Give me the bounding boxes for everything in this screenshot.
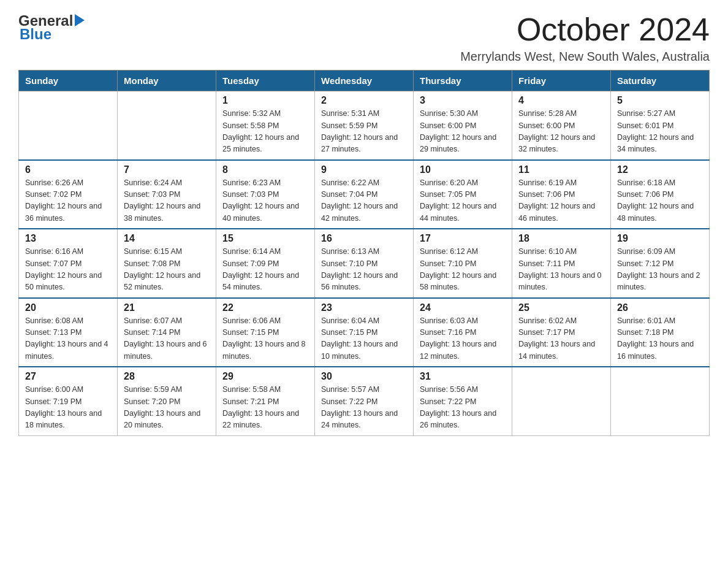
day-info: Sunrise: 5:56 AMSunset: 7:22 PMDaylight:… xyxy=(420,384,506,432)
sunrise-text: Sunrise: 6:02 AM xyxy=(518,315,604,327)
sunrise-text: Sunrise: 5:59 AM xyxy=(124,384,210,396)
daylight-text: Daylight: 13 hours and 16 minutes. xyxy=(617,339,703,362)
calendar-cell: 13Sunrise: 6:16 AMSunset: 7:07 PMDayligh… xyxy=(19,229,118,298)
calendar-cell: 8Sunrise: 6:23 AMSunset: 7:03 PMDaylight… xyxy=(216,160,315,229)
sunset-text: Sunset: 5:58 PM xyxy=(222,120,308,132)
day-info: Sunrise: 6:19 AMSunset: 7:06 PMDaylight:… xyxy=(518,177,604,225)
day-number: 25 xyxy=(518,302,604,313)
sunset-text: Sunset: 7:07 PM xyxy=(25,258,111,270)
calendar-cell: 25Sunrise: 6:02 AMSunset: 7:17 PMDayligh… xyxy=(512,298,611,367)
day-number: 22 xyxy=(222,302,308,313)
day-number: 30 xyxy=(321,371,407,382)
logo-blue-text: Blue xyxy=(20,26,51,43)
day-info: Sunrise: 6:26 AMSunset: 7:02 PMDaylight:… xyxy=(25,177,111,225)
calendar-cell: 15Sunrise: 6:14 AMSunset: 7:09 PMDayligh… xyxy=(216,229,315,298)
day-info: Sunrise: 6:06 AMSunset: 7:15 PMDaylight:… xyxy=(222,315,308,363)
calendar-cell xyxy=(118,91,216,160)
sunrise-text: Sunrise: 6:09 AM xyxy=(617,246,703,258)
sunset-text: Sunset: 7:22 PM xyxy=(420,396,506,408)
day-number: 15 xyxy=(222,233,308,244)
sunset-text: Sunset: 7:02 PM xyxy=(25,189,111,201)
day-number: 20 xyxy=(25,302,111,313)
sunset-text: Sunset: 6:00 PM xyxy=(420,120,506,132)
calendar-header-row: SundayMondayTuesdayWednesdayThursdayFrid… xyxy=(19,71,710,91)
sunrise-text: Sunrise: 6:04 AM xyxy=(321,315,407,327)
daylight-text: Daylight: 13 hours and 18 minutes. xyxy=(25,408,111,432)
daylight-text: Daylight: 12 hours and 40 minutes. xyxy=(222,201,308,224)
sunset-text: Sunset: 7:19 PM xyxy=(25,396,111,408)
sunset-text: Sunset: 7:05 PM xyxy=(420,189,506,201)
daylight-text: Daylight: 13 hours and 6 minutes. xyxy=(124,339,210,362)
sunset-text: Sunset: 7:03 PM xyxy=(222,189,308,201)
sunset-text: Sunset: 7:04 PM xyxy=(321,189,407,201)
sunset-text: Sunset: 7:14 PM xyxy=(124,327,210,339)
daylight-text: Daylight: 12 hours and 50 minutes. xyxy=(25,270,111,294)
calendar-cell: 10Sunrise: 6:20 AMSunset: 7:05 PMDayligh… xyxy=(414,160,512,229)
calendar-cell: 5Sunrise: 5:27 AMSunset: 6:01 PMDaylight… xyxy=(611,91,710,160)
day-info: Sunrise: 6:24 AMSunset: 7:03 PMDaylight:… xyxy=(124,177,210,225)
sunset-text: Sunset: 7:16 PM xyxy=(420,327,506,339)
sunrise-text: Sunrise: 6:10 AM xyxy=(518,246,604,258)
calendar-cell xyxy=(611,367,710,435)
daylight-text: Daylight: 13 hours and 24 minutes. xyxy=(321,408,407,432)
calendar-header-wednesday: Wednesday xyxy=(315,71,414,91)
day-number: 13 xyxy=(25,233,111,244)
sunset-text: Sunset: 7:06 PM xyxy=(518,189,604,201)
daylight-text: Daylight: 12 hours and 44 minutes. xyxy=(420,201,506,224)
sunrise-text: Sunrise: 6:26 AM xyxy=(25,177,111,189)
day-info: Sunrise: 6:04 AMSunset: 7:15 PMDaylight:… xyxy=(321,315,407,363)
day-number: 23 xyxy=(321,302,407,313)
day-number: 16 xyxy=(321,233,407,244)
title-area: October 2024 Merrylands West, New South … xyxy=(460,12,710,64)
day-number: 7 xyxy=(124,164,210,175)
daylight-text: Daylight: 12 hours and 58 minutes. xyxy=(420,270,506,294)
sunrise-text: Sunrise: 6:20 AM xyxy=(420,177,506,189)
day-number: 4 xyxy=(518,95,604,106)
day-info: Sunrise: 6:01 AMSunset: 7:18 PMDaylight:… xyxy=(617,315,703,363)
daylight-text: Daylight: 12 hours and 46 minutes. xyxy=(518,201,604,224)
daylight-text: Daylight: 13 hours and 20 minutes. xyxy=(124,408,210,432)
calendar-cell: 18Sunrise: 6:10 AMSunset: 7:11 PMDayligh… xyxy=(512,229,611,298)
sunrise-text: Sunrise: 5:32 AM xyxy=(222,108,308,120)
daylight-text: Daylight: 13 hours and 26 minutes. xyxy=(420,408,506,432)
day-number: 8 xyxy=(222,164,308,175)
calendar-week-row: 1Sunrise: 5:32 AMSunset: 5:58 PMDaylight… xyxy=(19,91,710,160)
calendar-cell: 16Sunrise: 6:13 AMSunset: 7:10 PMDayligh… xyxy=(315,229,414,298)
logo-arrow-icon xyxy=(75,14,85,26)
sunset-text: Sunset: 7:10 PM xyxy=(420,258,506,270)
daylight-text: Daylight: 13 hours and 12 minutes. xyxy=(420,339,506,362)
day-info: Sunrise: 6:13 AMSunset: 7:10 PMDaylight:… xyxy=(321,246,407,294)
day-number: 3 xyxy=(420,95,506,106)
sunset-text: Sunset: 7:10 PM xyxy=(321,258,407,270)
day-number: 14 xyxy=(124,233,210,244)
calendar-header-monday: Monday xyxy=(118,71,216,91)
sunset-text: Sunset: 7:09 PM xyxy=(222,258,308,270)
day-number: 1 xyxy=(222,95,308,106)
sunset-text: Sunset: 7:17 PM xyxy=(518,327,604,339)
day-info: Sunrise: 5:30 AMSunset: 6:00 PMDaylight:… xyxy=(420,108,506,156)
calendar-cell: 24Sunrise: 6:03 AMSunset: 7:16 PMDayligh… xyxy=(414,298,512,367)
daylight-text: Daylight: 12 hours and 52 minutes. xyxy=(124,270,210,294)
day-number: 29 xyxy=(222,371,308,382)
calendar-week-row: 13Sunrise: 6:16 AMSunset: 7:07 PMDayligh… xyxy=(19,229,710,298)
sunset-text: Sunset: 7:12 PM xyxy=(617,258,703,270)
calendar-cell: 2Sunrise: 5:31 AMSunset: 5:59 PMDaylight… xyxy=(315,91,414,160)
calendar-cell: 6Sunrise: 6:26 AMSunset: 7:02 PMDaylight… xyxy=(19,160,118,229)
sunrise-text: Sunrise: 5:56 AM xyxy=(420,384,506,396)
day-number: 28 xyxy=(124,371,210,382)
day-number: 19 xyxy=(617,233,703,244)
day-info: Sunrise: 6:20 AMSunset: 7:05 PMDaylight:… xyxy=(420,177,506,225)
month-title: October 2024 xyxy=(460,12,710,47)
calendar-cell: 17Sunrise: 6:12 AMSunset: 7:10 PMDayligh… xyxy=(414,229,512,298)
sunset-text: Sunset: 7:06 PM xyxy=(617,189,703,201)
day-info: Sunrise: 5:27 AMSunset: 6:01 PMDaylight:… xyxy=(617,108,703,156)
sunrise-text: Sunrise: 6:13 AM xyxy=(321,246,407,258)
calendar-cell: 23Sunrise: 6:04 AMSunset: 7:15 PMDayligh… xyxy=(315,298,414,367)
day-info: Sunrise: 5:57 AMSunset: 7:22 PMDaylight:… xyxy=(321,384,407,432)
calendar-cell: 11Sunrise: 6:19 AMSunset: 7:06 PMDayligh… xyxy=(512,160,611,229)
day-info: Sunrise: 6:08 AMSunset: 7:13 PMDaylight:… xyxy=(25,315,111,363)
sunrise-text: Sunrise: 6:24 AM xyxy=(124,177,210,189)
day-info: Sunrise: 6:10 AMSunset: 7:11 PMDaylight:… xyxy=(518,246,604,294)
day-info: Sunrise: 6:02 AMSunset: 7:17 PMDaylight:… xyxy=(518,315,604,363)
day-info: Sunrise: 6:18 AMSunset: 7:06 PMDaylight:… xyxy=(617,177,703,225)
